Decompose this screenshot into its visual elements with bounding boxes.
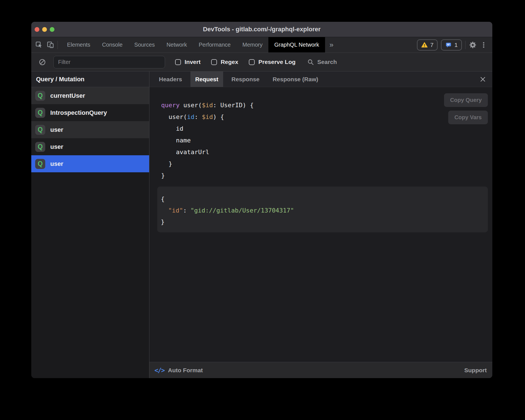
clear-block-icon[interactable] xyxy=(39,58,46,66)
support-link[interactable]: Support xyxy=(464,367,487,374)
request-list-header: Query / Mutation xyxy=(31,71,149,87)
request-detail-body: Copy Query Copy Vars query user($id: Use… xyxy=(149,87,492,362)
tab-elements[interactable]: Elements xyxy=(61,37,96,52)
close-panel-button[interactable] xyxy=(479,71,486,87)
query-type-badge: Q xyxy=(35,91,45,101)
code-line: } xyxy=(161,158,492,170)
auto-format-label: Auto Format xyxy=(168,367,203,374)
request-item-label: IntrospectionQuery xyxy=(50,109,107,116)
tab-performance[interactable]: Performance xyxy=(193,37,237,52)
request-item-label: user xyxy=(50,126,63,133)
query-type-badge: Q xyxy=(35,142,45,152)
query-variables-code: { "id": "gid://gitlab/User/13704317"} xyxy=(161,193,488,228)
checkbox-invert[interactable] xyxy=(175,59,181,65)
detail-tab-request[interactable]: Request xyxy=(190,71,223,87)
filter-input[interactable] xyxy=(53,56,165,68)
code-line: query user($id: UserID) { xyxy=(161,99,492,111)
graphql-query-code: query user($id: UserID) { user(id: $id) … xyxy=(161,99,492,182)
checkbox-group-regex[interactable]: Regex xyxy=(211,59,238,65)
toolbar-icons xyxy=(31,37,58,52)
query-variables-box: { "id": "gid://gitlab/User/13704317"} xyxy=(157,187,488,232)
devtools-window: DevTools - gitlab.com/-/graphql-explorer… xyxy=(31,22,492,378)
toolbar-divider xyxy=(465,41,466,49)
code-line: avatarUrl xyxy=(161,146,492,158)
request-item-label: currentUser xyxy=(50,92,85,99)
checkbox-label-regex: Regex xyxy=(221,59,238,65)
search-button[interactable]: Search xyxy=(307,59,337,66)
titlebar: DevTools - gitlab.com/-/graphql-explorer xyxy=(31,22,492,37)
request-item-currentUser[interactable]: QcurrentUser xyxy=(31,87,149,104)
request-list: QcurrentUserQIntrospectionQueryQuserQuse… xyxy=(31,87,149,172)
request-list-panel: Query / Mutation QcurrentUserQIntrospect… xyxy=(31,71,149,378)
inspect-element-icon[interactable] xyxy=(35,41,43,49)
request-item-label: user xyxy=(50,143,63,151)
main-toolbar: ElementsConsoleSourcesNetworkPerformance… xyxy=(31,37,492,53)
auto-format-button[interactable]: </> Auto Format xyxy=(154,367,203,374)
detail-tab-response[interactable]: Response xyxy=(227,71,264,87)
code-line: { xyxy=(161,193,488,205)
warning-count: 7 xyxy=(430,42,434,48)
toolbar-divider xyxy=(58,41,58,49)
code-line: "id": "gid://gitlab/User/13704317" xyxy=(161,205,488,216)
search-icon xyxy=(307,59,314,66)
detail-footer: </> Auto Format Support xyxy=(149,362,492,378)
copy-buttons: Copy Query Copy Vars xyxy=(444,93,488,124)
main-tabs: ElementsConsoleSourcesNetworkPerformance… xyxy=(61,37,325,52)
code-brackets-icon: </> xyxy=(154,367,164,374)
request-item-IntrospectionQuery[interactable]: QIntrospectionQuery xyxy=(31,104,149,121)
content-area: Query / Mutation QcurrentUserQIntrospect… xyxy=(31,71,492,378)
window-title: DevTools - gitlab.com/-/graphql-explorer xyxy=(31,26,492,33)
messages-badge[interactable]: 1 xyxy=(441,39,462,51)
checkbox-preserve-log[interactable] xyxy=(249,59,255,65)
query-type-badge: Q xyxy=(35,159,45,169)
search-label: Search xyxy=(317,59,337,65)
detail-tab-response-raw[interactable]: Response (Raw) xyxy=(268,71,323,87)
more-tabs-button[interactable]: » xyxy=(325,37,338,52)
toolbar-right: 7 1 xyxy=(417,37,492,52)
device-toolbar-icon[interactable] xyxy=(47,41,54,49)
checkbox-regex[interactable] xyxy=(211,59,217,65)
warnings-badge[interactable]: 7 xyxy=(417,39,438,51)
filter-checkboxes: InvertRegexPreserve Log xyxy=(175,59,295,65)
checkbox-label-invert: Invert xyxy=(185,59,201,65)
code-line: user(id: $id) { xyxy=(161,111,492,123)
request-item-label: user xyxy=(50,160,63,168)
request-item-user[interactable]: Quser xyxy=(31,155,149,172)
checkbox-label-preserve-log: Preserve Log xyxy=(258,59,295,65)
tab-graphql-network[interactable]: GraphQL Network xyxy=(268,37,325,52)
filter-bar: InvertRegexPreserve Log Search xyxy=(31,53,492,71)
warning-icon xyxy=(421,42,428,48)
code-line: name xyxy=(161,135,492,146)
more-options-icon[interactable] xyxy=(480,41,487,49)
query-type-badge: Q xyxy=(35,108,45,118)
query-type-badge: Q xyxy=(35,125,45,135)
code-line: } xyxy=(161,216,488,228)
checkbox-group-preserve-log[interactable]: Preserve Log xyxy=(249,59,295,65)
code-line: } xyxy=(161,170,492,182)
tab-network[interactable]: Network xyxy=(161,37,193,52)
tab-memory[interactable]: Memory xyxy=(237,37,268,52)
message-count: 1 xyxy=(454,42,458,48)
request-item-user[interactable]: Quser xyxy=(31,121,149,138)
copy-vars-button[interactable]: Copy Vars xyxy=(448,111,488,124)
tab-sources[interactable]: Sources xyxy=(128,37,161,52)
checkbox-group-invert[interactable]: Invert xyxy=(175,59,201,65)
detail-panel: HeadersRequestResponseResponse (Raw) Cop… xyxy=(149,71,492,378)
settings-gear-icon[interactable] xyxy=(469,41,477,49)
detail-tabs: HeadersRequestResponseResponse (Raw) xyxy=(149,71,492,87)
copy-query-button[interactable]: Copy Query xyxy=(444,93,488,107)
tab-console[interactable]: Console xyxy=(96,37,128,52)
message-icon xyxy=(445,42,452,48)
request-item-user[interactable]: Quser xyxy=(31,138,149,155)
detail-tab-headers[interactable]: Headers xyxy=(154,71,187,87)
code-line: id xyxy=(161,123,492,135)
